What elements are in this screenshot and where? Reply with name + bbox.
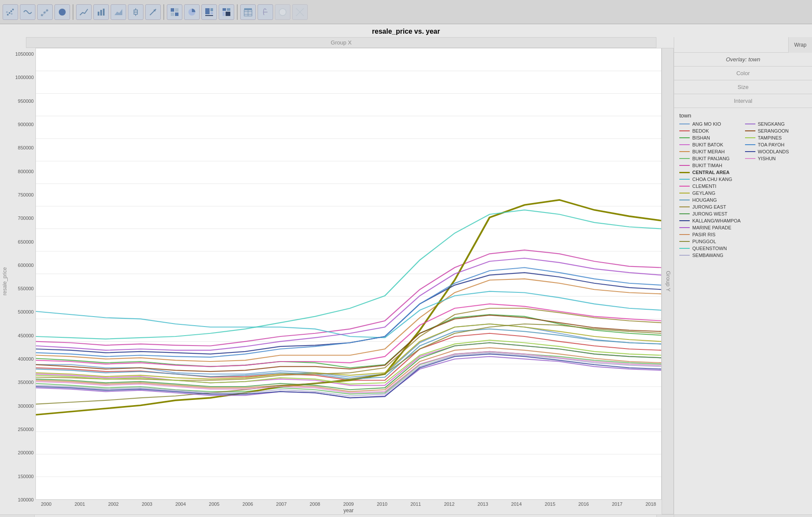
plot-area[interactable]	[35, 48, 662, 500]
x-tick-2007: 2007	[271, 501, 292, 507]
y-tick: 350000	[18, 380, 34, 385]
legend-item-geylang: GEYLANG	[679, 190, 742, 196]
y-tick: 700000	[18, 216, 34, 221]
box-plot-icon[interactable]	[128, 4, 143, 20]
wave-icon[interactable]	[20, 4, 35, 20]
y-tick: 250000	[18, 427, 34, 432]
scatter-plot-icon[interactable]	[3, 4, 18, 20]
toolbar	[0, 0, 812, 24]
legend-item-serangoon: SERANGOON	[745, 128, 807, 133]
chart-body: resale_price 1050000 1000000 950000 9000…	[0, 48, 674, 514]
bottom-bar: Map Shape Freq Page	[0, 514, 812, 517]
filled-circle-icon[interactable]	[54, 4, 70, 20]
y-tick: 400000	[18, 356, 34, 362]
legend-item-bukit-merah: BUKIT MERAH	[679, 149, 742, 154]
x-tick-2009: 2009	[338, 501, 359, 507]
legend-item-empty-9	[745, 218, 807, 223]
svg-rect-24	[171, 13, 174, 16]
wrap-button[interactable]: Wrap	[788, 37, 812, 53]
svg-rect-23	[175, 8, 178, 12]
x-tick-2004: 2004	[170, 501, 191, 507]
legend-item-empty-13	[745, 246, 807, 251]
chart-section: Group X resale_price 1050000 1000000 950…	[0, 37, 674, 514]
map-shape-button[interactable]: Map Shape	[0, 515, 35, 517]
legend-item-jurong-west: JURONG WEST	[679, 211, 742, 216]
overlay-title: Overlay: town	[674, 53, 812, 67]
svg-point-1	[9, 12, 10, 14]
toolbar-separator-3	[237, 4, 238, 20]
legend-item-tampines: TAMPINES	[745, 135, 807, 140]
page-button[interactable]: Page	[674, 515, 812, 517]
svg-rect-22	[171, 8, 174, 12]
legend-item-sembawang: SEMBAWANG	[679, 253, 742, 258]
plot-area-wrapper: 2000 2001 2002 2003 2004 2005 2006 2007 …	[35, 48, 662, 514]
y-ticks: 1050000 1000000 950000 900000 850000 800…	[10, 48, 35, 514]
toolbar-separator-1	[73, 4, 73, 20]
color-button[interactable]: Color	[674, 67, 812, 80]
legend-item-empty-5	[745, 190, 807, 196]
legend-item-empty-8	[745, 211, 807, 216]
area-chart-icon[interactable]	[111, 4, 126, 20]
y-tick: 750000	[18, 192, 34, 197]
heatmap-icon[interactable]	[167, 4, 182, 20]
x-tick-2008: 2008	[304, 501, 326, 507]
legend-item-bishan: BISHAN	[679, 135, 742, 140]
group-x-bar[interactable]: Group X	[26, 37, 656, 48]
chart-title: resale_price vs. year	[0, 24, 812, 37]
legend-item-sengkang: SENGKANG	[745, 121, 807, 127]
legend-item-bukit-batok: BUKIT BATOK	[679, 142, 742, 147]
interval-button[interactable]: Interval	[674, 94, 812, 108]
svg-point-9	[43, 13, 45, 15]
legend-item-choa-chu-kang: CHOA CHU KANG	[679, 177, 742, 182]
svg-rect-27	[205, 8, 210, 14]
line-chart-icon[interactable]	[76, 4, 92, 20]
svg-rect-29	[210, 12, 213, 14]
network-icon[interactable]	[292, 4, 308, 20]
scatter2-icon[interactable]	[37, 4, 53, 20]
svg-point-10	[45, 11, 47, 12]
y-tick: 450000	[18, 333, 34, 338]
y-axis-label: resale_price	[0, 48, 10, 514]
group-y-bar[interactable]: Group Y	[662, 48, 674, 514]
mosaic-icon[interactable]	[219, 4, 234, 20]
treemap-icon[interactable]	[201, 4, 217, 20]
legend-item-empty-12	[745, 239, 807, 244]
arrow-chart-icon[interactable]	[145, 4, 161, 20]
legend-grid: ANG MO KIO SENGKANG BEDOK SERANGOON BISH…	[679, 121, 807, 258]
table-icon[interactable]	[240, 4, 256, 20]
legend-item-empty-7	[745, 204, 807, 209]
svg-rect-14	[103, 9, 105, 16]
legend-item-empty-4	[745, 184, 807, 189]
legend-item-central-area: CENTRAL AREA	[679, 170, 742, 175]
svg-point-11	[59, 9, 66, 16]
svg-rect-30	[205, 15, 213, 16]
bar-chart-icon[interactable]	[93, 4, 109, 20]
y-tick: 900000	[18, 122, 34, 127]
y-tick: 200000	[18, 450, 34, 455]
freq-button[interactable]: Freq	[656, 515, 674, 517]
x-tick-2015: 2015	[539, 501, 561, 507]
svg-rect-28	[210, 8, 213, 11]
globe-icon[interactable]	[275, 4, 290, 20]
legend-item-bukit-panjang: BUKIT PANJANG	[679, 156, 742, 161]
y-tick: 1050000	[15, 51, 34, 57]
legend-item-yishun: YISHUN	[745, 156, 807, 161]
legend-item-kallang: KALLANG/WHAMPOA	[679, 218, 742, 223]
legend-item-hougang: HOUGANG	[679, 197, 742, 203]
svg-point-0	[7, 14, 9, 16]
svg-point-2	[10, 10, 12, 12]
svg-point-6	[41, 14, 43, 16]
size-button[interactable]: Size	[674, 80, 812, 94]
legend-item-pasir-ris: PASIR RIS	[679, 232, 742, 237]
legend-item-empty-10	[745, 225, 807, 230]
function-icon[interactable]	[258, 4, 273, 20]
svg-rect-32	[227, 8, 230, 11]
y-tick: 1000000	[15, 75, 34, 80]
legend-item-jurong-east: JURONG EAST	[679, 204, 742, 209]
legend-item-marine-parade: MARINE PARADE	[679, 225, 742, 230]
toolbar-separator-2	[163, 4, 164, 20]
y-tick: 300000	[18, 403, 34, 409]
x-tick-2018: 2018	[640, 501, 662, 507]
pie-chart-icon[interactable]	[184, 4, 200, 20]
main-area: Group X resale_price 1050000 1000000 950…	[0, 37, 812, 514]
